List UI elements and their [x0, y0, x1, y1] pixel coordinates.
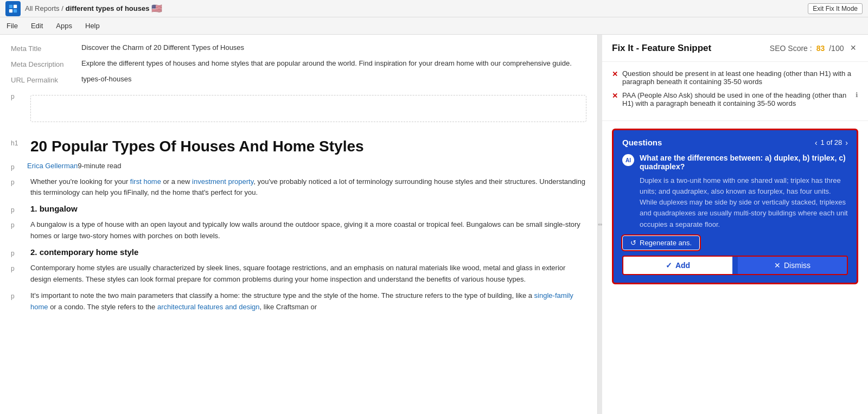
- menu-bar: File Edit Apps Help: [0, 17, 868, 35]
- add-check-icon: ✓: [666, 261, 672, 270]
- breadcrumb: All Reports / different types of houses …: [25, 3, 803, 14]
- dismiss-x-icon: ✕: [774, 261, 781, 270]
- question-content: What are the differences between: a) dup…: [640, 154, 848, 230]
- seo-score-value: 83: [816, 44, 825, 53]
- h1-title: 20 Popular Types Of Houses And Home Styl…: [30, 137, 364, 156]
- p-label-s3: p: [11, 290, 27, 300]
- flag-icon: 🇺🇸: [151, 3, 162, 14]
- menu-apps[interactable]: Apps: [55, 20, 73, 32]
- h1-label: h1: [11, 137, 27, 147]
- question-text: What are the differences between: a) dup…: [640, 154, 848, 171]
- menu-help[interactable]: Help: [84, 20, 101, 32]
- section1-heading: 1. bungalow: [30, 204, 78, 213]
- author-row: p Erica Gellerman9-minute read: [11, 161, 586, 171]
- section2-heading-row: p 2. contemporary home style: [11, 247, 586, 257]
- next-question-button[interactable]: ›: [845, 138, 848, 147]
- main-layout: Meta Title Discover the Charm of 20 Diff…: [0, 35, 868, 414]
- section3-text-row: p It's important to note the two main pa…: [11, 290, 586, 313]
- questions-card: Questions ‹ 1 of 28 › AI What are the di…: [612, 129, 858, 284]
- p-label-s2h: p: [11, 247, 27, 257]
- section2-text-row: p Contemporary home styles are usually c…: [11, 263, 586, 285]
- svg-rect-1: [14, 4, 17, 8]
- paragraph1-text: Whether you're looking for your first ho…: [30, 176, 586, 199]
- panel-header: Fix It - Feature Snippet SEO Score :83/1…: [602, 35, 868, 62]
- issue-text-2: PAA (People Also Ask) should be used in …: [622, 91, 851, 107]
- issue-row-1: ✕ Question should be present in at least…: [612, 69, 858, 86]
- p-label-s1h: p: [11, 204, 27, 214]
- meta-description-label: Meta Description: [11, 59, 81, 68]
- author-link[interactable]: Erica Gellerman: [27, 162, 78, 170]
- issue-text-1: Question should be present in at least o…: [622, 69, 858, 86]
- url-permalink-label: URL Permalink: [11, 75, 81, 84]
- meta-title-value: Discover the Charm of 20 Different Types…: [81, 43, 586, 52]
- p-label-1: p: [11, 176, 27, 186]
- issue-x-icon-1: ✕: [612, 70, 618, 78]
- menu-edit[interactable]: Edit: [30, 20, 44, 32]
- questions-title: Questions: [622, 138, 662, 147]
- author-suffix: 9-minute read: [78, 162, 121, 170]
- section2-text: Contemporary home styles are usually cha…: [30, 263, 586, 285]
- issue-x-icon-2: ✕: [612, 92, 618, 100]
- seo-score-section: SEO Score :83/100 ×: [770, 42, 858, 54]
- menu-file[interactable]: File: [5, 20, 19, 32]
- regenerate-row: ↺ Regenerate ans.: [622, 235, 848, 250]
- exit-fix-it-button[interactable]: Exit Fix It Mode: [808, 3, 863, 14]
- section1-text: A bungalow is a type of house with an op…: [30, 219, 586, 242]
- p-label-s2: p: [11, 263, 27, 272]
- meta-description-value: Explore the different types of houses an…: [81, 59, 586, 67]
- regen-icon: ↺: [630, 239, 636, 247]
- breadcrumb-start: All Reports /: [25, 4, 63, 12]
- section3-text: It's important to note the two main para…: [30, 290, 586, 313]
- url-permalink-value: types-of-houses: [81, 75, 586, 83]
- meta-description-row: Meta Description Explore the different t…: [11, 59, 586, 68]
- meta-title-label: Meta Title: [11, 43, 81, 53]
- p-label-s1: p: [11, 219, 27, 229]
- question-counter: 1 of 28: [821, 138, 843, 147]
- prev-question-button[interactable]: ‹: [815, 138, 818, 147]
- svg-rect-2: [9, 9, 12, 12]
- panel-issues: ✕ Question should be present in at least…: [602, 62, 868, 121]
- content-area: Meta Title Discover the Charm of 20 Diff…: [0, 35, 598, 414]
- app-logo: [5, 1, 21, 16]
- svg-rect-3: [14, 9, 17, 12]
- first-home-link[interactable]: first home: [130, 177, 161, 186]
- svg-rect-0: [9, 4, 12, 8]
- top-bar: All Reports / different types of houses …: [0, 0, 868, 17]
- breadcrumb-current: different types of houses: [66, 4, 150, 12]
- empty-content-block[interactable]: [30, 95, 586, 122]
- add-button[interactable]: ✓ Add: [623, 257, 732, 274]
- questions-nav: ‹ 1 of 28 ›: [815, 138, 848, 147]
- panel-title: Fix It - Feature Snippet: [612, 43, 711, 54]
- info-icon: ℹ: [856, 91, 858, 99]
- h1-row: h1 20 Popular Types Of Houses And Home S…: [11, 137, 586, 156]
- section1-heading-row: p 1. bungalow: [11, 204, 586, 214]
- url-permalink-row: URL Permalink types-of-houses: [11, 75, 586, 84]
- p-label-author: p: [11, 161, 27, 171]
- dismiss-button[interactable]: ✕ Dismiss: [738, 257, 847, 274]
- regen-label: Regenerate ans.: [640, 239, 692, 247]
- empty-p-row: p: [11, 91, 586, 131]
- right-panel: Fix It - Feature Snippet SEO Score :83/1…: [602, 35, 868, 414]
- p-label-empty: p: [11, 91, 27, 100]
- paragraph1-row: p Whether you're looking for your first …: [11, 176, 586, 199]
- regenerate-button[interactable]: ↺ Regenerate ans.: [622, 235, 700, 250]
- issue-row-2: ✕ PAA (People Also Ask) should be used i…: [612, 91, 858, 107]
- single-family-link[interactable]: single-family home: [30, 291, 573, 311]
- meta-title-row: Meta Title Discover the Charm of 20 Diff…: [11, 43, 586, 53]
- ai-badge: AI: [622, 154, 634, 166]
- questions-header: Questions ‹ 1 of 28 ›: [622, 138, 848, 147]
- answer-text: Duplex is a two-unit home with one share…: [640, 175, 848, 230]
- seo-total: /100: [829, 44, 844, 53]
- architectural-link[interactable]: architectural features and design: [157, 303, 260, 311]
- dismiss-label: Dismiss: [784, 261, 810, 270]
- seo-label: SEO Score :: [770, 44, 812, 53]
- close-panel-button[interactable]: ×: [848, 42, 858, 54]
- question-body: AI What are the differences between: a) …: [622, 154, 848, 230]
- add-label: Add: [675, 261, 690, 270]
- section2-heading: 2. contemporary home style: [30, 247, 138, 257]
- investment-property-link[interactable]: investment property: [192, 177, 253, 186]
- action-buttons: ✓ Add ✕ Dismiss: [622, 256, 848, 275]
- section1-text-row: p A bungalow is a type of house with an …: [11, 219, 586, 242]
- resize-handle[interactable]: ⇔: [598, 35, 602, 414]
